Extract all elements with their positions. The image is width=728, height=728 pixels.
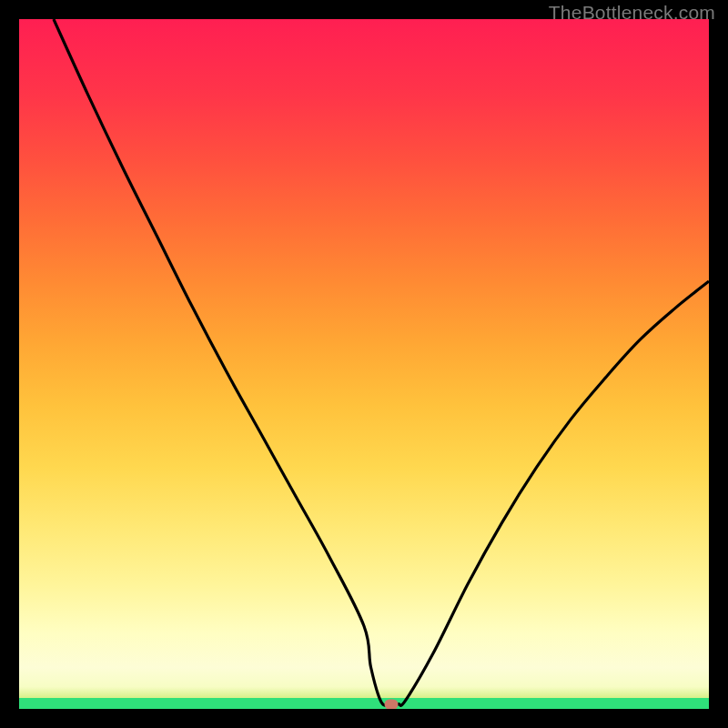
curve-layer bbox=[19, 19, 709, 709]
bottleneck-curve bbox=[54, 19, 709, 705]
plot-area bbox=[19, 19, 709, 709]
watermark-text: TheBottleneck.com bbox=[549, 2, 715, 24]
optimal-point-marker bbox=[385, 699, 399, 709]
chart-frame: TheBottleneck.com bbox=[0, 0, 728, 728]
